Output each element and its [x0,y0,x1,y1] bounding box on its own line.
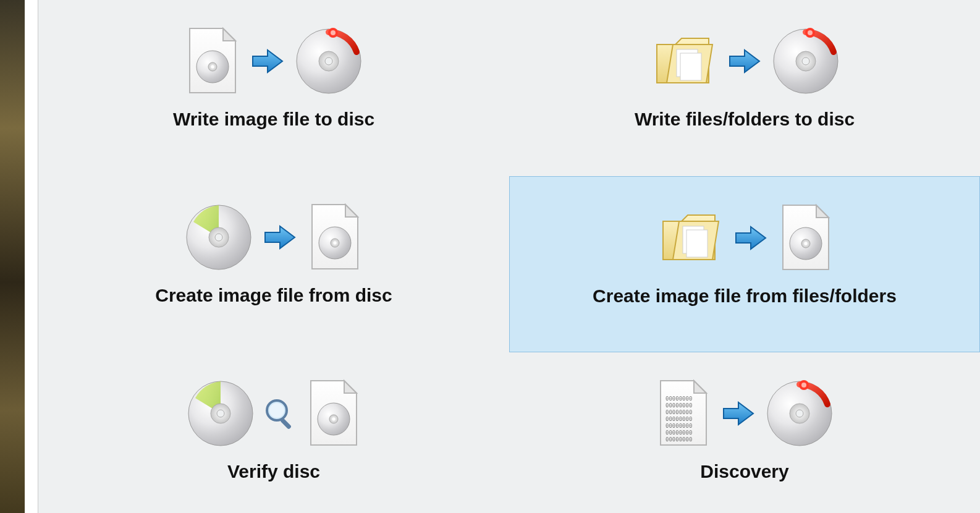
svg-rect-22 [686,230,708,257]
tile-icon-row [656,198,834,278]
arrow-right-icon [726,43,763,80]
tile-discovery[interactable]: 00000000 00000000 00000000 00000000 0000… [509,352,980,513]
svg-point-17 [215,234,222,241]
tile-create-image-from-files[interactable]: Create image file from files/folders [509,176,980,352]
svg-rect-9 [680,53,701,80]
svg-point-14 [808,30,813,35]
file-binary-icon: 00000000 00000000 00000000 00000000 0000… [656,378,711,449]
folder-icon [656,204,724,272]
tile-create-image-from-disc[interactable]: Create image file from disc [38,176,509,352]
svg-point-25 [805,242,808,245]
tile-write-files-to-disc[interactable]: Write files/folders to disc [509,0,980,176]
file-disc-icon [778,203,834,274]
tile-label: Write image file to disc [173,109,374,130]
svg-text:00000000: 00000000 [665,436,692,443]
tile-verify-disc[interactable]: Verify disc [38,352,509,513]
svg-point-12 [802,57,809,65]
disc-plain-icon [185,203,253,271]
tile-write-image-to-disc[interactable]: Write image file to disc [38,0,509,176]
svg-text:00000000: 00000000 [665,402,692,409]
tile-label: Write files/folders to disc [635,109,855,130]
svg-text:00000000: 00000000 [665,423,692,429]
svg-point-2 [211,65,214,68]
arrow-right-icon [732,219,769,256]
svg-point-7 [331,30,336,35]
tile-icon-row: 00000000 00000000 00000000 00000000 0000… [656,373,834,454]
tile-label: Discovery [700,461,788,482]
svg-rect-31 [280,418,292,430]
tile-icon-row [649,21,840,101]
disc-burn-icon [295,27,363,95]
tile-icon-row [187,373,361,454]
disc-plain-icon [187,379,255,447]
svg-point-20 [334,241,337,244]
tile-label: Create image file from files/folders [593,286,897,307]
disc-burn-icon [772,27,840,95]
arrow-right-icon [249,43,286,80]
svg-text:00000000: 00000000 [665,409,692,415]
svg-text:00000000: 00000000 [665,396,692,402]
desktop-edge-strip [0,0,25,513]
svg-text:00000000: 00000000 [665,416,692,422]
disc-burn-icon [766,379,834,447]
tile-label: Create image file from disc [155,285,392,306]
svg-text:00000000: 00000000 [665,430,692,436]
tile-icon-row [185,21,363,101]
ez-mode-panel: Write image file to disc Write files/fol… [38,0,980,513]
folder-icon [649,27,717,95]
magnifier-icon [263,397,297,431]
panel-left-border [25,0,38,513]
svg-point-28 [217,410,224,417]
arrow-right-icon [720,395,757,432]
arrow-right-icon [261,219,298,256]
svg-point-44 [796,410,803,417]
tile-label: Verify disc [227,461,320,482]
svg-point-34 [332,417,335,420]
file-disc-icon [306,378,361,449]
file-disc-icon [185,26,240,97]
action-grid: Write image file to disc Write files/fol… [38,0,980,513]
file-disc-icon [307,202,363,273]
svg-point-5 [325,57,332,65]
svg-point-46 [801,383,806,388]
tile-icon-row [185,197,363,278]
svg-point-30 [269,403,284,418]
